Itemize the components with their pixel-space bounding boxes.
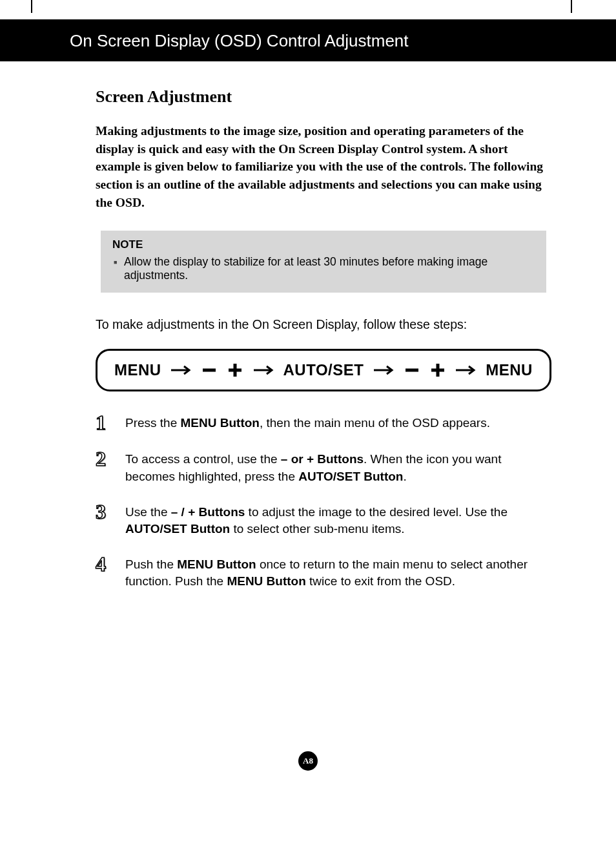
page-number-badge: A8: [298, 751, 318, 771]
arrow-icon: [252, 364, 274, 376]
text: Push the: [125, 557, 177, 571]
text: .: [403, 470, 406, 483]
note-label: NOTE: [112, 238, 535, 251]
arrow-icon: [455, 364, 477, 376]
step-1: 1 Press the MENU Button, then the main m…: [96, 415, 551, 433]
step-text: Use the – / + Buttons to adjust the imag…: [125, 504, 551, 538]
intro-paragraph: Making adjustments to the image size, po…: [96, 122, 551, 211]
bold-text: Buttons: [199, 505, 245, 519]
step-number: 1: [96, 412, 114, 433]
text: To access a control, use the: [125, 452, 281, 466]
content-area: Screen Adjustment Making adjustments to …: [0, 61, 616, 590]
text: Press the: [125, 416, 181, 430]
minus-icon: [201, 364, 218, 376]
step-3: 3 Use the – / + Buttons to adjust the im…: [96, 504, 551, 538]
steps-list: 1 Press the MENU Button, then the main m…: [96, 415, 551, 590]
header-title: On Screen Display (OSD) Control Adjustme…: [70, 31, 409, 50]
flow-label-menu-end: MENU: [486, 361, 533, 379]
step-number: 3: [96, 501, 114, 522]
page-header: On Screen Display (OSD) Control Adjustme…: [0, 19, 616, 61]
minus-glyph: –: [171, 505, 178, 519]
bold-text: MENU Button: [181, 416, 260, 430]
crop-mark: [31, 0, 32, 13]
step-number: 4: [96, 554, 114, 574]
bold-text: AUTO/SET Button: [298, 470, 403, 483]
plus-icon: [227, 362, 243, 379]
bold-text: – or + Buttons: [281, 452, 364, 466]
step-2: 2 To access a control, use the – or + Bu…: [96, 451, 551, 485]
note-box: NOTE Allow the display to stabilize for …: [101, 231, 546, 293]
step-4: 4 Push the MENU Button once to return to…: [96, 556, 551, 590]
arrow-icon: [373, 364, 395, 376]
bold-text: MENU Button: [227, 574, 305, 588]
plus-glyph: +: [188, 505, 195, 519]
minus-icon: [404, 364, 420, 376]
text: to select other sub-menu items.: [230, 522, 404, 536]
text: Use the: [125, 505, 171, 519]
arrow-icon: [170, 364, 192, 376]
note-text: Allow the display to stabilize for at le…: [112, 255, 535, 282]
text: /: [178, 505, 188, 519]
section-heading: Screen Adjustment: [96, 87, 551, 107]
steps-lead: To make adjustments in the On Screen Dis…: [96, 317, 551, 332]
crop-mark: [571, 0, 572, 13]
plus-icon: [429, 362, 446, 379]
button-flow-diagram: MENU AUTO/SET MENU: [96, 349, 551, 391]
bold-text: MENU Button: [177, 557, 256, 571]
flow-label-menu: MENU: [114, 361, 161, 379]
text: to adjust the image to the desired level…: [245, 505, 508, 519]
text: twice to exit from the OSD.: [306, 574, 455, 588]
flow-label-autoset: AUTO/SET: [283, 361, 364, 379]
bold-text: AUTO/SET Button: [125, 522, 230, 536]
step-text: Press the MENU Button, then the main men…: [125, 415, 551, 432]
step-text: Push the MENU Button once to return to t…: [125, 556, 551, 590]
step-number: 2: [96, 448, 114, 469]
text: , then the main menu of the OSD appears.: [260, 416, 490, 430]
step-text: To access a control, use the – or + Butt…: [125, 451, 551, 485]
